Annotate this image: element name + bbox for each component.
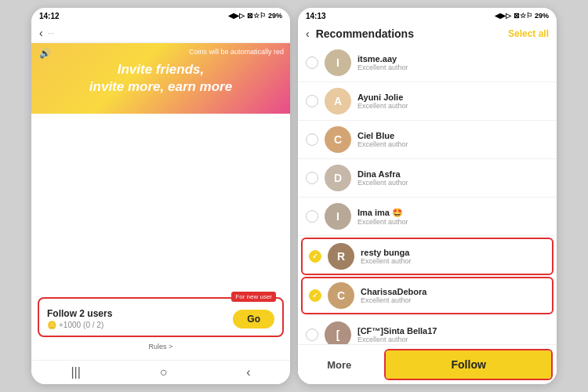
status-time-left: 14:12 bbox=[39, 12, 60, 20]
user-list: Iitsme.aayExcellent authorAAyuni JolieEx… bbox=[298, 44, 557, 344]
avatar: A bbox=[325, 88, 351, 114]
coins-notice: Coins will be automatically red bbox=[189, 48, 284, 57]
user-info: Ayuni JolieExcellent author bbox=[358, 93, 549, 110]
nav-back-icon[interactable]: ‹ bbox=[246, 365, 250, 379]
follow-button[interactable]: Follow bbox=[386, 350, 551, 379]
header-title-left: ··· bbox=[48, 29, 54, 38]
task-title: Follow 2 users bbox=[47, 308, 112, 319]
user-name: Ayuni Jolie bbox=[358, 93, 549, 102]
user-info: [CF™]Sinta Bella17Excellent author bbox=[358, 326, 549, 343]
user-info: itsme.aayExcellent author bbox=[358, 54, 549, 71]
avatar: C bbox=[328, 282, 354, 309]
right-phone: 14:13 ◀▶▷ ⊠☆⚐ 29% ‹ Recommendations Sele… bbox=[298, 8, 557, 384]
left-body: For new user Follow 2 users 🪙 +1000 (0 /… bbox=[31, 114, 290, 360]
user-tag: Excellent author bbox=[358, 140, 549, 148]
status-icons-right: ◀▶▷ ⊠☆⚐ 29% bbox=[495, 12, 549, 20]
user-checkbox[interactable] bbox=[309, 289, 321, 302]
avatar: R bbox=[328, 243, 354, 270]
task-card: For new user Follow 2 users 🪙 +1000 (0 /… bbox=[38, 297, 284, 337]
user-tag: Excellent author bbox=[358, 179, 549, 187]
user-item[interactable]: Rresty bungaExcellent author bbox=[301, 238, 554, 275]
user-item[interactable]: CCiel BlueExcellent author bbox=[298, 121, 557, 159]
page-title: Recommendations bbox=[316, 27, 502, 40]
user-tag: Excellent author bbox=[358, 218, 549, 226]
user-info: Dina AsfraExcellent author bbox=[358, 169, 549, 187]
select-all-button[interactable]: Select all bbox=[508, 28, 549, 39]
user-checkbox[interactable] bbox=[306, 328, 318, 341]
user-checkbox[interactable] bbox=[306, 133, 318, 146]
user-item[interactable]: [[CF™]Sinta Bella17Excellent author bbox=[298, 316, 557, 344]
user-checkbox[interactable] bbox=[306, 95, 318, 107]
bottom-buttons: More Follow bbox=[298, 344, 557, 384]
back-icon-right[interactable]: ‹ bbox=[306, 27, 310, 40]
invite-banner: 🔊 Coins will be automatically red Invite… bbox=[31, 43, 290, 114]
user-item[interactable]: DDina AsfraExcellent author bbox=[298, 159, 557, 198]
user-name: Ciel Blue bbox=[358, 131, 549, 140]
status-bar-left: 14:12 ◀▶▷ ⊠☆⚐ 29% bbox=[31, 8, 290, 24]
user-item[interactable]: Iitsme.aayExcellent author bbox=[298, 44, 557, 82]
user-tag: Excellent author bbox=[361, 257, 546, 265]
user-name: Ima ima 🤩 bbox=[358, 208, 549, 218]
task-title-row: Follow 2 users 🪙 +1000 (0 / 2) Go bbox=[47, 308, 274, 329]
user-name: itsme.aay bbox=[358, 54, 549, 64]
user-name: [CF™]Sinta Bella17 bbox=[358, 326, 549, 336]
user-info: Ima ima 🤩Excellent author bbox=[358, 208, 549, 226]
user-tag: Excellent author bbox=[358, 336, 549, 343]
user-tag: Excellent author bbox=[358, 64, 549, 71]
nav-menu-icon[interactable]: ||| bbox=[71, 365, 80, 379]
user-checkbox[interactable] bbox=[309, 250, 321, 263]
user-tag: Excellent author bbox=[358, 102, 549, 110]
task-sub: 🪙 +1000 (0 / 2) bbox=[47, 321, 112, 329]
nav-home-icon[interactable]: ○ bbox=[160, 365, 168, 379]
user-item[interactable]: IIma ima 🤩Excellent author bbox=[298, 198, 557, 236]
user-item[interactable]: AAyuni JolieExcellent author bbox=[298, 82, 557, 121]
left-header: ‹ ··· bbox=[31, 24, 290, 43]
user-checkbox[interactable] bbox=[306, 210, 318, 223]
avatar: I bbox=[325, 49, 351, 76]
right-header: ‹ Recommendations Select all bbox=[298, 24, 557, 44]
user-checkbox[interactable] bbox=[306, 56, 318, 69]
user-item[interactable]: CCharissaDeboraExcellent author bbox=[301, 277, 554, 314]
go-button[interactable]: Go bbox=[233, 310, 274, 328]
coin-icon: 🪙 bbox=[47, 321, 56, 329]
avatar: C bbox=[325, 126, 351, 153]
status-icons-left: ◀▶▷ ⊠☆⚐ 29% bbox=[228, 12, 282, 20]
user-info: Ciel BlueExcellent author bbox=[358, 131, 549, 148]
user-checkbox[interactable] bbox=[306, 172, 318, 184]
speaker-icon: 🔊 bbox=[39, 48, 51, 60]
for-new-user-badge: For new user bbox=[231, 292, 276, 302]
left-phone: 14:12 ◀▶▷ ⊠☆⚐ 29% ‹ ··· 🔊 Coins will be … bbox=[31, 8, 290, 384]
user-name: CharissaDebora bbox=[361, 287, 546, 296]
user-info: resty bungaExcellent author bbox=[361, 248, 546, 265]
user-tag: Excellent author bbox=[361, 296, 546, 304]
follow-button-wrap: Follow bbox=[384, 349, 553, 380]
back-icon-left[interactable]: ‹ bbox=[39, 27, 43, 39]
avatar: D bbox=[325, 165, 351, 191]
nav-bar-left: ||| ○ ‹ bbox=[31, 360, 290, 384]
rules-link[interactable]: Rules > bbox=[38, 337, 284, 354]
user-name: Dina Asfra bbox=[358, 169, 549, 179]
status-time-right: 14:13 bbox=[306, 12, 326, 20]
avatar: [ bbox=[325, 321, 351, 344]
user-name: resty bunga bbox=[361, 248, 546, 257]
status-bar-right: 14:13 ◀▶▷ ⊠☆⚐ 29% bbox=[298, 8, 557, 24]
more-button[interactable]: More bbox=[298, 345, 380, 384]
invite-text: Invite friends, invite more, earn more bbox=[89, 61, 232, 96]
avatar: I bbox=[325, 203, 351, 230]
user-info: CharissaDeboraExcellent author bbox=[361, 287, 546, 304]
